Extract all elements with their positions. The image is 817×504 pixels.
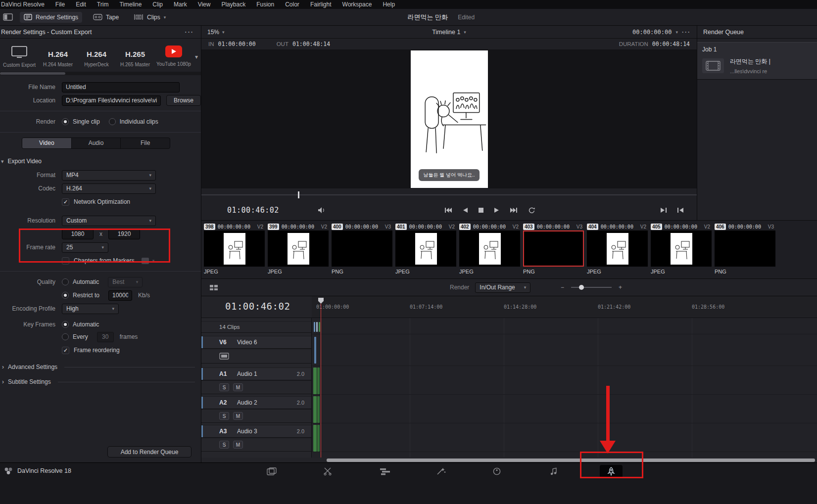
solo-button-a3[interactable]: S [219,441,229,449]
network-optimization-checkbox[interactable]: ✓ [62,198,69,206]
jump-to-last-frame-button[interactable] [659,206,668,214]
slider-handle[interactable] [579,285,584,290]
preset-youtube-1080p[interactable]: YouTube 1080p [155,46,192,67]
resolution-width-input[interactable] [62,229,94,239]
menu-color[interactable]: Color [285,1,299,8]
advanced-settings-toggle[interactable]: › Advanced Settings [2,364,201,370]
page-color-button[interactable] [485,465,508,478]
page-fusion-button[interactable] [430,465,453,478]
clip-thumbnail-398[interactable]: 39800:00:00:00V2 JPEG [204,223,265,278]
chapters-from-markers-checkbox[interactable] [62,257,69,265]
quality-automatic-radio[interactable] [62,278,69,285]
subtitle-settings-toggle[interactable]: › Subtitle Settings [2,378,201,385]
render-range-select[interactable]: In/Out Range ▾ [475,282,530,293]
timeline-tracks-area[interactable] [312,318,817,458]
scrubber-playhead[interactable] [298,191,299,198]
page-fairlight-button[interactable] [542,465,565,478]
play-reverse-button[interactable] [462,206,469,214]
frame-rate-select[interactable]: 25 ▾ [62,242,108,253]
thumbnail-view-icon[interactable] [209,284,218,291]
menu-file[interactable]: File [55,1,65,8]
resolution-height-input[interactable] [108,229,140,239]
menu-fusion[interactable]: Fusion [256,1,274,8]
keyframes-automatic-radio[interactable] [62,321,69,328]
tab-file[interactable]: File [121,138,170,148]
clip-thumbnail-401[interactable]: 40100:00:00:00V2 JPEG [395,223,456,278]
jump-to-first-frame-button[interactable] [676,206,685,214]
zoom-out-icon[interactable]: − [561,284,564,291]
menu-edit[interactable]: Edit [76,1,86,8]
format-select[interactable]: MP4 ▾ [62,170,156,181]
viewer-scrubber[interactable] [201,188,697,200]
zoom-in-icon[interactable]: + [619,284,622,291]
render-settings-button[interactable]: Render Settings [20,12,82,23]
menu-davinci-resolve[interactable]: DaVinci Resolve [1,1,45,8]
timeline-zoom-slider[interactable] [571,287,612,288]
clip-thumbnail-402[interactable]: 40200:00:00:00V2 JPEG [459,223,520,278]
preset-h264-master[interactable]: H.264 H.264 Master [40,46,76,67]
mute-button-a3[interactable]: M [233,441,243,449]
solo-button-a2[interactable]: S [219,412,229,420]
quality-restrict-radio[interactable] [62,292,69,299]
encoding-profile-select[interactable]: High ▾ [62,304,119,314]
single-clip-radio[interactable] [62,118,69,125]
clip-thumbnail-399[interactable]: 39900:00:00:00V2 JPEG [268,223,329,278]
zoom-select[interactable]: 15% ▾ [207,29,225,36]
timeline-scrollbar[interactable] [327,458,815,462]
solo-button-a1[interactable]: S [219,383,229,391]
page-deliver-button[interactable] [600,465,623,478]
tape-button[interactable]: Tape [89,12,123,23]
menu-workspace[interactable]: Workspace [342,1,372,8]
clip-thumbnail-400[interactable]: 40000:00:00:00V3 PNG [332,223,392,278]
panel-options-icon[interactable]: ··· [185,29,194,36]
preset-h265-master[interactable]: H.265 H.265 Master [117,46,153,67]
menu-timeline[interactable]: Timeline [119,1,142,8]
loop-button[interactable] [527,206,536,215]
skip-to-end-button[interactable] [509,206,519,214]
skip-to-start-button[interactable] [443,206,453,214]
track-header-a2[interactable]: A2 Audio 2 2.0 [201,396,311,409]
chevron-down-icon[interactable]: ▾ [675,30,678,35]
codec-select[interactable]: H.264 ▾ [62,183,156,194]
viewer-options-icon[interactable]: ··· [682,29,691,36]
clip-thumbnail-403-current[interactable]: 40300:00:00:00V3 PNG [523,223,584,278]
browse-button[interactable]: Browse [166,95,201,106]
play-button[interactable] [493,206,500,214]
menu-trim[interactable]: Trim [97,1,109,8]
track-header-a3[interactable]: A3 Audio 3 2.0 [201,425,311,438]
tab-audio[interactable]: Audio [72,138,121,148]
track-header-a1[interactable]: A1 Audio 1 2.0 [201,367,311,380]
page-media-button[interactable] [261,465,284,478]
page-cut-button[interactable] [317,465,339,478]
menu-clip[interactable]: Clip [152,1,163,8]
clip-thumbnail-405[interactable]: 40500:00:00:00V2 JPEG [651,223,712,278]
tab-video[interactable]: Video [22,138,72,148]
frame-reordering-checkbox[interactable]: ✓ [62,347,69,354]
preset-scrollbar[interactable] [0,72,201,75]
resolution-select[interactable]: Custom ▾ [62,216,156,226]
stop-button[interactable] [478,207,484,214]
menu-help[interactable]: Help [383,1,395,8]
file-name-input[interactable] [62,82,180,92]
timeline-select[interactable]: Timeline 1 ▾ [432,29,466,36]
panel-toggle-icon[interactable] [3,13,13,21]
export-video-section-toggle[interactable]: ▾ Export Video [1,158,201,165]
menu-view[interactable]: View [198,1,211,8]
playhead-line[interactable] [321,298,321,458]
keyframes-every-radio[interactable] [62,333,69,340]
menu-playback[interactable]: Playback [221,1,245,8]
track-header-v6[interactable]: V6 Video 6 [201,336,311,349]
preset-more-chevron-icon[interactable]: ▾ [195,53,198,60]
individual-clips-radio[interactable] [109,118,116,125]
keyframes-interval-input[interactable] [97,332,114,342]
preset-scrollbar-thumb[interactable] [0,72,65,75]
location-input[interactable] [62,95,161,106]
clips-button[interactable]: Clips ▾ [130,12,170,23]
page-edit-button[interactable] [374,465,396,478]
clip-thumbnail-404[interactable]: 40400:00:00:00V2 JPEG [587,223,648,278]
preset-custom-export[interactable]: Custom Export [1,46,38,68]
mute-button-a2[interactable]: M [233,412,243,420]
clip-thumbnail-406[interactable]: 40600:00:00:00V3 PNG [715,223,775,278]
preset-hyperdeck[interactable]: H.264 HyperDeck [78,46,115,67]
add-to-render-queue-button[interactable]: Add to Render Queue [107,446,192,458]
